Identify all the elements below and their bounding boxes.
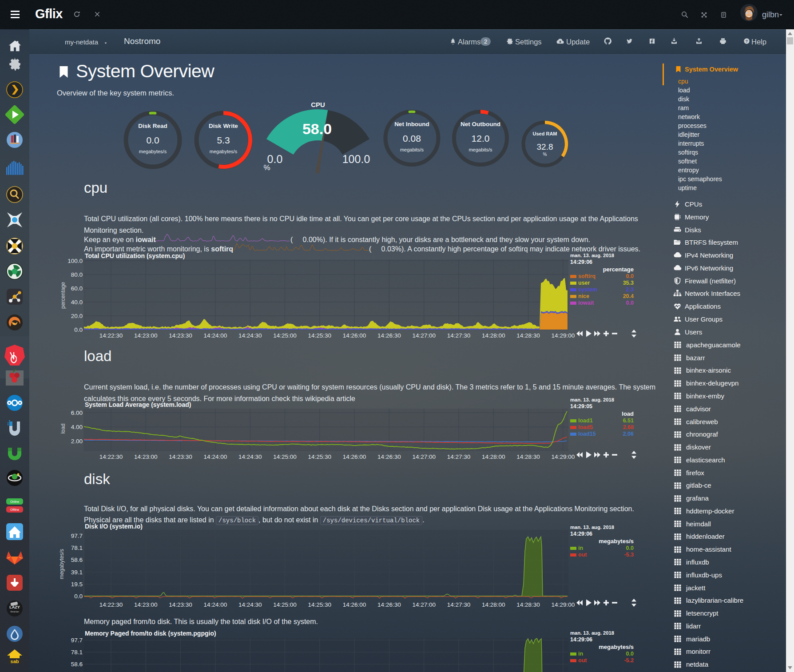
svg-text:14:27:00: 14:27:00	[412, 453, 436, 460]
svg-text:0.08: 0.08	[403, 133, 421, 143]
svg-text:14:24:00: 14:24:00	[204, 332, 227, 339]
svg-text:14:26:00: 14:26:00	[343, 332, 366, 339]
svg-text:97.7: 97.7	[71, 637, 83, 644]
svg-text:14:29:00: 14:29:00	[552, 453, 575, 460]
svg-text:Net Outbound: Net Outbound	[461, 121, 500, 127]
svg-text:60.0: 60.0	[71, 285, 83, 292]
svg-text:2.68: 2.68	[623, 424, 634, 430]
svg-text:megabits/s: megabits/s	[468, 147, 492, 152]
svg-text:14:26:30: 14:26:30	[377, 453, 401, 460]
svg-text:14:22:30: 14:22:30	[99, 332, 123, 339]
svg-text:Net Inbound: Net Inbound	[394, 121, 429, 127]
svg-text:12.0: 12.0	[472, 133, 490, 143]
svg-text:14:25:00: 14:25:00	[273, 332, 297, 339]
svg-text:CPU: CPU	[311, 101, 325, 108]
svg-text:14:27:30: 14:27:30	[447, 601, 471, 608]
svg-text:14:25:30: 14:25:30	[308, 601, 332, 608]
svg-text:4.00: 4.00	[71, 424, 83, 430]
svg-text:14:27:30: 14:27:30	[447, 332, 471, 339]
svg-text:14:23:00: 14:23:00	[134, 453, 158, 460]
svg-text:out: out	[578, 552, 587, 558]
svg-text:14:27:00: 14:27:00	[412, 601, 436, 608]
svg-text:-5.2: -5.2	[624, 657, 634, 664]
svg-text:percentage: percentage	[60, 282, 66, 309]
svg-text:14:28:30: 14:28:30	[516, 332, 540, 339]
svg-text:5.3: 5.3	[217, 135, 230, 145]
svg-text:librarian: librarian	[10, 610, 19, 613]
svg-text:0.0: 0.0	[626, 300, 634, 306]
svg-text:14:24:30: 14:24:30	[238, 453, 262, 460]
svg-text:6.00: 6.00	[71, 410, 83, 416]
svg-text:6.51: 6.51	[623, 418, 634, 424]
svg-text:80.0: 80.0	[71, 271, 83, 278]
svg-text:megabytes/s: megabytes/s	[599, 644, 634, 650]
svg-text:14:28:00: 14:28:00	[482, 453, 505, 460]
svg-text:14:26:00: 14:26:00	[343, 453, 366, 460]
svg-text:19.5: 19.5	[71, 581, 83, 588]
svg-text:%: %	[263, 163, 270, 172]
svg-text:14:24:00: 14:24:00	[204, 601, 227, 608]
svg-text:load15: load15	[578, 431, 596, 437]
svg-text:man. 13. aug. 2018: man. 13. aug. 2018	[570, 630, 614, 636]
svg-text:39.1: 39.1	[71, 569, 83, 576]
svg-text:40.0: 40.0	[71, 299, 83, 306]
svg-text:14:28:30: 14:28:30	[516, 453, 540, 460]
svg-text:in: in	[578, 651, 583, 657]
svg-text:Used RAM: Used RAM	[532, 131, 557, 136]
svg-text:sab: sab	[11, 659, 19, 664]
svg-text:14:29:06: 14:29:06	[570, 259, 592, 265]
svg-text:14:25:30: 14:25:30	[308, 332, 332, 339]
svg-text:14:26:30: 14:26:30	[377, 601, 401, 608]
svg-text:14:24:30: 14:24:30	[238, 601, 262, 608]
svg-text:14:28:00: 14:28:00	[482, 332, 505, 339]
svg-text:megabytes/s: megabytes/s	[210, 149, 238, 154]
svg-text:14:23:30: 14:23:30	[169, 332, 192, 339]
svg-text:nice: nice	[578, 293, 589, 299]
svg-text:Memory Paged from/to disk (sys: Memory Paged from/to disk (system.pgpgio…	[85, 630, 216, 637]
svg-text:0.0: 0.0	[626, 651, 634, 657]
svg-text:14:29:06: 14:29:06	[570, 636, 592, 643]
svg-text:megabytes/s: megabytes/s	[139, 149, 167, 154]
svg-text:iowait: iowait	[578, 300, 594, 306]
svg-text:14:25:00: 14:25:00	[273, 601, 297, 608]
svg-text:58.6: 58.6	[71, 557, 83, 563]
svg-text:35.3: 35.3	[623, 280, 634, 286]
svg-text:14:29:06: 14:29:06	[570, 531, 592, 537]
svg-text:0.0: 0.0	[626, 273, 634, 279]
svg-text:14:29:00: 14:29:00	[552, 601, 575, 608]
svg-text:78.1: 78.1	[71, 545, 83, 551]
svg-text:0.0: 0.0	[74, 326, 83, 333]
svg-text:Offline: Offline	[10, 508, 19, 511]
svg-text:Disk Read: Disk Read	[138, 123, 167, 129]
svg-text:78.1: 78.1	[71, 649, 83, 656]
svg-text:14:27:00: 14:27:00	[412, 332, 436, 339]
svg-text:58.6: 58.6	[71, 661, 83, 668]
svg-text:14:25:00: 14:25:00	[273, 453, 297, 460]
svg-text:58.0: 58.0	[302, 120, 332, 137]
svg-text:32.8: 32.8	[537, 142, 553, 151]
svg-text:14:26:30: 14:26:30	[377, 332, 401, 339]
svg-text:14:28:00: 14:28:00	[482, 601, 505, 608]
svg-text:14:24:00: 14:24:00	[204, 453, 227, 460]
svg-text:system: system	[578, 286, 597, 293]
svg-text:Disk Write: Disk Write	[209, 123, 238, 129]
svg-text:softirq: softirq	[578, 273, 596, 279]
svg-text:-5.3: -5.3	[624, 552, 634, 558]
svg-text:14:27:30: 14:27:30	[447, 453, 471, 460]
svg-text:2.3: 2.3	[626, 286, 634, 293]
svg-text:load1: load1	[578, 418, 593, 424]
svg-text:14:23:00: 14:23:00	[134, 601, 158, 608]
svg-text:megabytes/s: megabytes/s	[599, 538, 634, 545]
svg-text:load5: load5	[578, 424, 593, 430]
svg-text:100.0: 100.0	[342, 153, 370, 165]
svg-text:2.00: 2.00	[71, 438, 83, 445]
svg-text:97.7: 97.7	[71, 533, 83, 539]
svg-text:LAZY: LAZY	[9, 605, 20, 609]
svg-text:percentage: percentage	[603, 266, 634, 273]
svg-text:megabits/s: megabits/s	[400, 147, 424, 152]
svg-text:megabytes/s: megabytes/s	[59, 549, 65, 579]
svg-text:?: ?	[746, 39, 748, 44]
svg-text:in: in	[578, 545, 583, 551]
svg-text:load: load	[60, 424, 66, 434]
svg-text:14:23:30: 14:23:30	[169, 601, 192, 608]
